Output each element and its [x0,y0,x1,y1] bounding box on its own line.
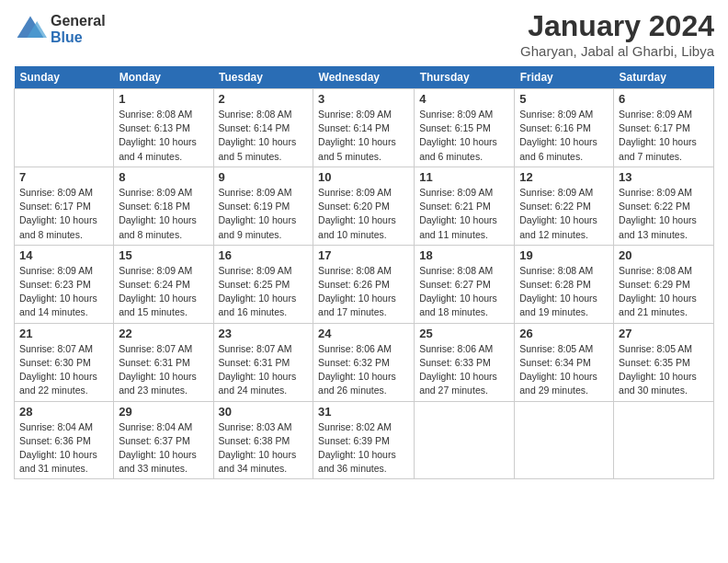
day-info: Sunrise: 8:03 AMSunset: 6:38 PMDaylight:… [219,420,309,477]
week-row-1: 1Sunrise: 8:08 AMSunset: 6:13 PMDaylight… [15,89,714,167]
day-cell: 11Sunrise: 8:09 AMSunset: 6:21 PMDayligh… [415,167,515,245]
date-number: 31 [318,405,409,419]
day-cell [15,89,114,167]
day-cell: 12Sunrise: 8:09 AMSunset: 6:22 PMDayligh… [515,167,614,245]
main-container: General Blue January 2024 Gharyan, Jabal… [0,0,728,488]
day-cell: 1Sunrise: 8:08 AMSunset: 6:13 PMDaylight… [114,89,213,167]
day-cell: 20Sunrise: 8:08 AMSunset: 6:29 PMDayligh… [614,245,714,323]
date-number: 6 [619,92,709,106]
day-cell: 10Sunrise: 8:09 AMSunset: 6:20 PMDayligh… [313,167,415,245]
day-cell: 14Sunrise: 8:09 AMSunset: 6:23 PMDayligh… [15,245,114,323]
day-info: Sunrise: 8:07 AMSunset: 6:31 PMDaylight:… [219,342,309,398]
day-cell: 16Sunrise: 8:09 AMSunset: 6:25 PMDayligh… [213,245,313,323]
day-info: Sunrise: 8:09 AMSunset: 6:21 PMDaylight:… [419,186,509,242]
date-number: 18 [419,248,509,262]
date-number: 10 [318,170,409,184]
day-info: Sunrise: 8:08 AMSunset: 6:26 PMDaylight:… [318,264,409,320]
date-number: 22 [119,327,208,340]
day-cell: 30Sunrise: 8:03 AMSunset: 6:38 PMDayligh… [213,401,313,479]
header-monday: Monday [114,66,213,89]
date-number: 9 [219,170,309,184]
date-number: 15 [119,248,208,262]
day-cell: 2Sunrise: 8:08 AMSunset: 6:14 PMDaylight… [213,89,313,167]
date-number: 7 [19,170,108,184]
day-info: Sunrise: 8:09 AMSunset: 6:19 PMDaylight:… [219,186,309,242]
date-number: 27 [619,327,709,340]
day-info: Sunrise: 8:09 AMSunset: 6:14 PMDaylight:… [318,108,409,164]
week-row-2: 7Sunrise: 8:09 AMSunset: 6:17 PMDaylight… [15,167,714,245]
day-cell: 18Sunrise: 8:08 AMSunset: 6:27 PMDayligh… [415,245,515,323]
day-info: Sunrise: 8:06 AMSunset: 6:33 PMDaylight:… [419,342,509,398]
date-number: 16 [219,248,309,262]
day-cell: 13Sunrise: 8:09 AMSunset: 6:22 PMDayligh… [614,167,714,245]
day-cell: 19Sunrise: 8:08 AMSunset: 6:28 PMDayligh… [515,245,614,323]
day-info: Sunrise: 8:09 AMSunset: 6:24 PMDaylight:… [119,264,208,320]
day-info: Sunrise: 8:09 AMSunset: 6:25 PMDaylight:… [219,264,309,320]
day-cell: 22Sunrise: 8:07 AMSunset: 6:31 PMDayligh… [114,323,213,401]
day-info: Sunrise: 8:05 AMSunset: 6:35 PMDaylight:… [619,342,709,398]
date-number: 19 [519,248,609,262]
day-cell: 3Sunrise: 8:09 AMSunset: 6:14 PMDaylight… [313,89,415,167]
main-title: January 2024 [520,9,714,43]
day-info: Sunrise: 8:04 AMSunset: 6:37 PMDaylight:… [119,420,208,477]
date-number: 4 [419,92,509,106]
title-block: January 2024 Gharyan, Jabal al Gharbi, L… [520,9,714,59]
date-number: 23 [219,327,309,340]
day-cell: 29Sunrise: 8:04 AMSunset: 6:37 PMDayligh… [114,401,213,479]
day-info: Sunrise: 8:02 AMSunset: 6:39 PMDaylight:… [318,420,409,477]
date-number: 8 [119,170,208,184]
date-number: 11 [419,170,509,184]
date-number: 1 [119,92,208,106]
date-number: 3 [318,92,409,106]
subtitle: Gharyan, Jabal al Gharbi, Libya [520,43,714,59]
date-number: 24 [318,327,409,340]
day-info: Sunrise: 8:05 AMSunset: 6:34 PMDaylight:… [519,342,609,398]
logo-icon [14,13,47,46]
day-info: Sunrise: 8:09 AMSunset: 6:18 PMDaylight:… [119,186,208,242]
day-cell: 8Sunrise: 8:09 AMSunset: 6:18 PMDaylight… [114,167,213,245]
week-row-3: 14Sunrise: 8:09 AMSunset: 6:23 PMDayligh… [15,245,714,323]
header-tuesday: Tuesday [213,66,313,89]
week-row-4: 21Sunrise: 8:07 AMSunset: 6:30 PMDayligh… [15,323,714,401]
logo-text: General Blue [51,13,106,45]
date-number: 5 [519,92,609,106]
date-number: 26 [519,327,609,340]
date-number: 28 [19,405,108,419]
day-cell: 4Sunrise: 8:09 AMSunset: 6:15 PMDaylight… [415,89,515,167]
date-number: 21 [19,327,108,340]
date-number: 29 [119,405,208,419]
day-cell: 25Sunrise: 8:06 AMSunset: 6:33 PMDayligh… [415,323,515,401]
day-cell [415,401,515,479]
date-number: 30 [219,405,309,419]
week-row-5: 28Sunrise: 8:04 AMSunset: 6:36 PMDayligh… [15,401,714,479]
logo-general: General [51,13,106,29]
day-info: Sunrise: 8:08 AMSunset: 6:27 PMDaylight:… [419,264,509,320]
day-cell [515,401,614,479]
day-info: Sunrise: 8:09 AMSunset: 6:20 PMDaylight:… [318,186,409,242]
day-cell: 23Sunrise: 8:07 AMSunset: 6:31 PMDayligh… [213,323,313,401]
day-info: Sunrise: 8:09 AMSunset: 6:16 PMDaylight:… [519,108,609,164]
logo: General Blue [14,13,106,46]
date-number: 14 [19,248,108,262]
day-info: Sunrise: 8:04 AMSunset: 6:36 PMDaylight:… [19,420,108,477]
day-cell: 27Sunrise: 8:05 AMSunset: 6:35 PMDayligh… [614,323,714,401]
day-cell: 26Sunrise: 8:05 AMSunset: 6:34 PMDayligh… [515,323,614,401]
date-number: 2 [219,92,309,106]
day-cell: 6Sunrise: 8:09 AMSunset: 6:17 PMDaylight… [614,89,714,167]
day-info: Sunrise: 8:08 AMSunset: 6:29 PMDaylight:… [619,264,709,320]
header-row: Sunday Monday Tuesday Wednesday Thursday… [15,66,714,89]
day-info: Sunrise: 8:09 AMSunset: 6:23 PMDaylight:… [19,264,108,320]
page-header: General Blue January 2024 Gharyan, Jabal… [14,9,714,59]
day-cell: 24Sunrise: 8:06 AMSunset: 6:32 PMDayligh… [313,323,415,401]
logo-blue: Blue [51,29,106,46]
calendar-table: Sunday Monday Tuesday Wednesday Thursday… [14,66,714,479]
day-cell: 28Sunrise: 8:04 AMSunset: 6:36 PMDayligh… [15,401,114,479]
day-info: Sunrise: 8:09 AMSunset: 6:22 PMDaylight:… [519,186,609,242]
day-cell: 5Sunrise: 8:09 AMSunset: 6:16 PMDaylight… [515,89,614,167]
header-friday: Friday [515,66,614,89]
header-saturday: Saturday [614,66,714,89]
date-number: 13 [619,170,709,184]
header-sunday: Sunday [15,66,114,89]
header-wednesday: Wednesday [313,66,415,89]
date-number: 20 [619,248,709,262]
